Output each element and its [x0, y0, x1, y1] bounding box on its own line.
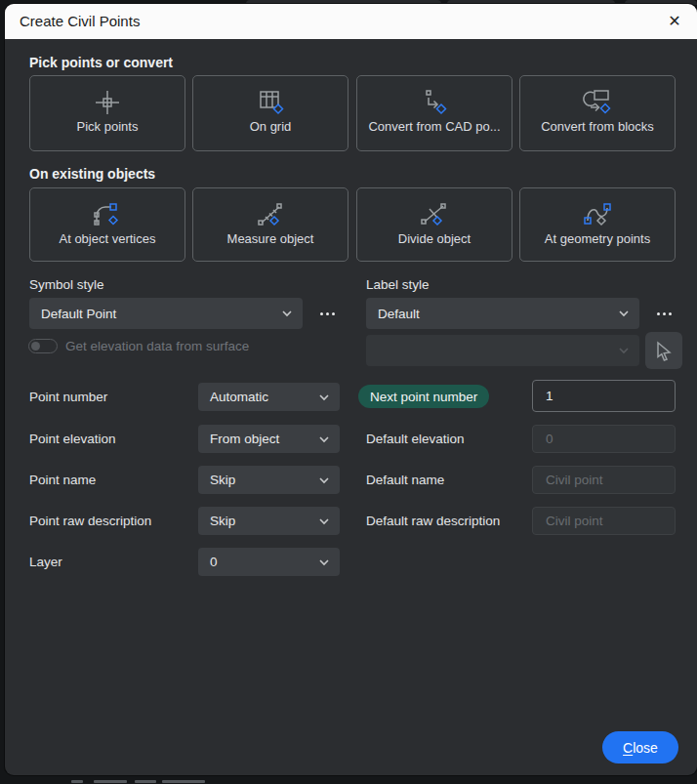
measure-object-button[interactable]: Measure object: [192, 187, 348, 262]
symbol-style-label: Symbol style: [29, 277, 104, 292]
point-number-value: Automatic: [210, 383, 268, 411]
chevron-down-icon: [618, 309, 630, 317]
cursor-arrow-icon: [653, 340, 675, 361]
point-name-dropdown[interactable]: Skip: [198, 466, 340, 494]
layer-dropdown[interactable]: 0: [198, 548, 340, 576]
background-artifact: [94, 780, 127, 783]
convert-blocks-button[interactable]: Convert from blocks: [519, 75, 676, 151]
geometry-points-icon: [579, 200, 616, 229]
layer-value: 0: [210, 548, 218, 576]
next-point-number-input[interactable]: 1: [532, 380, 676, 412]
crosshair-icon: [89, 88, 126, 117]
screen: Create Civil Points ✕ Pick points or con…: [0, 0, 697, 784]
chevron-down-icon: [318, 558, 330, 566]
label-style-dropdown[interactable]: Default: [366, 298, 639, 329]
close-icon[interactable]: ✕: [660, 4, 689, 39]
close-button[interactable]: Close: [602, 731, 678, 763]
default-raw-description-input: Civil point: [532, 507, 676, 535]
point-elevation-dropdown[interactable]: From object: [198, 425, 340, 453]
convert-cad-points-label: Convert from CAD po...: [357, 119, 512, 134]
pick-points-button[interactable]: Pick points: [29, 75, 185, 151]
point-raw-description-value: Skip: [210, 507, 235, 535]
chevron-down-icon: [318, 476, 330, 484]
convert-cad-points-button[interactable]: Convert from CAD po...: [356, 75, 512, 151]
create-civil-points-dialog: Create Civil Points ✕ Pick points or con…: [5, 4, 697, 775]
point-number-dropdown[interactable]: Automatic: [198, 383, 340, 411]
background-artifact: [135, 780, 156, 783]
label-style-value: Default: [378, 298, 420, 329]
point-name-label: Point name: [29, 466, 96, 494]
layer-label: Layer: [29, 548, 62, 576]
default-name-label: Default name: [366, 466, 444, 494]
symbol-style-dropdown[interactable]: Default Point: [29, 298, 303, 329]
label-style-label: Label style: [366, 277, 430, 292]
divide-object-label: Divide object: [357, 231, 512, 246]
divide-object-icon: [416, 200, 453, 229]
at-object-vertices-label: At object vertices: [30, 231, 184, 246]
at-object-vertices-button[interactable]: At object vertices: [29, 187, 185, 262]
measure-object-icon: [252, 200, 289, 229]
close-button-mnemonic: C: [623, 740, 633, 756]
point-raw-description-label: Point raw description: [29, 507, 151, 535]
elevation-surface-toggle[interactable]: [28, 339, 58, 353]
default-name-input: Civil point: [532, 466, 676, 494]
measure-object-label: Measure object: [193, 231, 348, 246]
block-convert-icon: [579, 88, 616, 117]
chevron-down-icon: [618, 347, 630, 354]
elevation-surface-toggle-label: Get elevation data from surface: [65, 339, 249, 353]
cad-point-convert-icon: [416, 88, 453, 117]
on-grid-button[interactable]: On grid: [192, 75, 348, 151]
divide-object-button[interactable]: Divide object: [356, 187, 512, 262]
label-style-secondary-dropdown: [366, 335, 639, 366]
label-style-more-options-icon[interactable]: [651, 298, 676, 329]
pick-label-position-button[interactable]: [645, 332, 682, 369]
close-button-label: lose: [633, 740, 658, 756]
object-vertices-icon: [89, 200, 126, 229]
background-artifact: [162, 780, 205, 783]
point-raw-description-dropdown[interactable]: Skip: [198, 507, 340, 535]
convert-blocks-label: Convert from blocks: [520, 119, 675, 134]
at-geometry-points-label: At geometry points: [520, 231, 675, 246]
background-artifact: [71, 780, 83, 783]
default-elevation-input: 0: [532, 425, 676, 453]
section-heading-pick: Pick points or convert: [29, 55, 173, 70]
point-elevation-value: From object: [210, 425, 279, 453]
on-grid-label: On grid: [193, 119, 348, 134]
dialog-titlebar: Create Civil Points ✕: [5, 4, 697, 39]
point-number-label: Point number: [29, 383, 107, 411]
grid-icon: [252, 88, 289, 117]
at-geometry-points-button[interactable]: At geometry points: [519, 187, 676, 262]
point-name-value: Skip: [210, 466, 235, 494]
default-elevation-label: Default elevation: [366, 425, 465, 453]
chevron-down-icon: [318, 393, 330, 401]
default-raw-description-label: Default raw description: [366, 507, 500, 535]
pick-points-label: Pick points: [30, 119, 184, 134]
chevron-down-icon: [281, 309, 293, 317]
section-heading-existing: On existing objects: [29, 166, 155, 182]
point-elevation-label: Point elevation: [29, 425, 116, 453]
dialog-title: Create Civil Points: [20, 4, 140, 39]
chevron-down-icon: [318, 517, 330, 525]
chevron-down-icon: [318, 435, 330, 443]
symbol-style-more-options-icon[interactable]: [314, 298, 340, 329]
next-point-number-label-highlighted: Next point number: [358, 385, 489, 408]
symbol-style-value: Default Point: [41, 298, 116, 329]
toggle-knob: [31, 342, 40, 351]
